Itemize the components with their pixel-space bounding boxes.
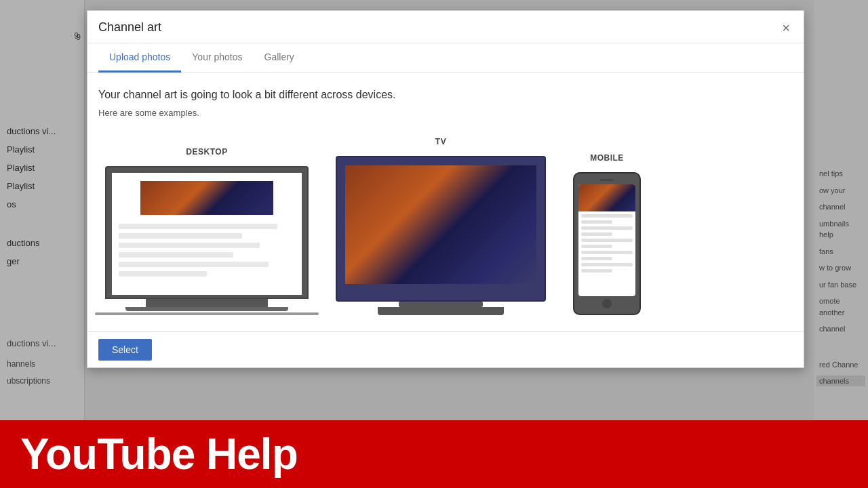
tv-stand-base [378, 307, 504, 315]
desktop-keyboard [95, 312, 319, 315]
mobile-screen [578, 184, 635, 296]
desktop-base [146, 299, 268, 307]
mobile-line-8 [581, 257, 612, 260]
mobile-line-10 [581, 269, 612, 272]
mobile-line-1 [581, 214, 633, 218]
mobile-line-4 [581, 232, 612, 236]
desktop-line-1 [119, 224, 277, 229]
mobile-channel-art [578, 184, 635, 211]
tab-your-photos[interactable]: Your photos [181, 43, 253, 73]
tv-stand-top [399, 302, 483, 307]
tv-device-block: TV [336, 137, 546, 315]
mobile-line-9 [581, 263, 633, 266]
desktop-label: DESKTOP [186, 147, 227, 157]
mobile-line-2 [581, 220, 612, 224]
device-previews: DESKTOP [98, 137, 793, 315]
desktop-screen-inner [112, 173, 302, 295]
modal-body: Your channel art is going to look a bit … [87, 73, 804, 331]
desktop-line-5 [119, 262, 269, 267]
youtube-help-text: YouTube Help [20, 429, 298, 479]
mobile-line-6 [581, 245, 612, 248]
desktop-frame [105, 166, 309, 315]
desktop-screen-outer [105, 166, 309, 299]
tv-screen-outer [336, 156, 546, 302]
desktop-line-2 [119, 233, 242, 239]
modal-tabs: Upload photos Your photos Gallery [87, 43, 804, 73]
modal-footer: Select [87, 331, 804, 367]
desktop-line-6 [119, 271, 207, 277]
mobile-line-3 [581, 226, 633, 230]
mobile-device-block: MOBILE [573, 153, 641, 315]
tv-channel-art [345, 165, 536, 284]
channel-art-modal: Channel art × Upload photos Your photos … [87, 10, 804, 368]
desktop-content [119, 224, 295, 281]
desktop-device-block: DESKTOP [105, 147, 309, 315]
mobile-speaker [600, 179, 614, 181]
youtube-help-banner: YouTube Help [0, 420, 868, 488]
desktop-channel-art [140, 181, 273, 215]
modal-header: Channel art × [87, 11, 804, 43]
tv-screen-inner [345, 165, 536, 284]
mobile-line-5 [581, 239, 633, 242]
tv-label: TV [435, 137, 446, 146]
tab-gallery[interactable]: Gallery [254, 43, 305, 73]
tab-upload-photos[interactable]: Upload photos [98, 43, 181, 73]
desktop-line-4 [119, 252, 233, 258]
desktop-line-3 [119, 243, 260, 248]
mobile-label: MOBILE [590, 153, 624, 163]
desktop-stand [125, 307, 288, 311]
mobile-frame [573, 172, 641, 315]
mobile-home-button [602, 299, 612, 308]
tv-frame [336, 156, 546, 315]
modal-description: Your channel art is going to look a bit … [98, 89, 793, 101]
modal-title: Channel art [98, 20, 161, 43]
modal-sub-description: Here are some examples. [98, 108, 793, 118]
mobile-outer [573, 172, 641, 315]
mobile-content [578, 211, 635, 278]
mobile-line-7 [581, 251, 633, 254]
select-button[interactable]: Select [98, 339, 152, 361]
modal-close-button[interactable]: × [779, 21, 793, 35]
